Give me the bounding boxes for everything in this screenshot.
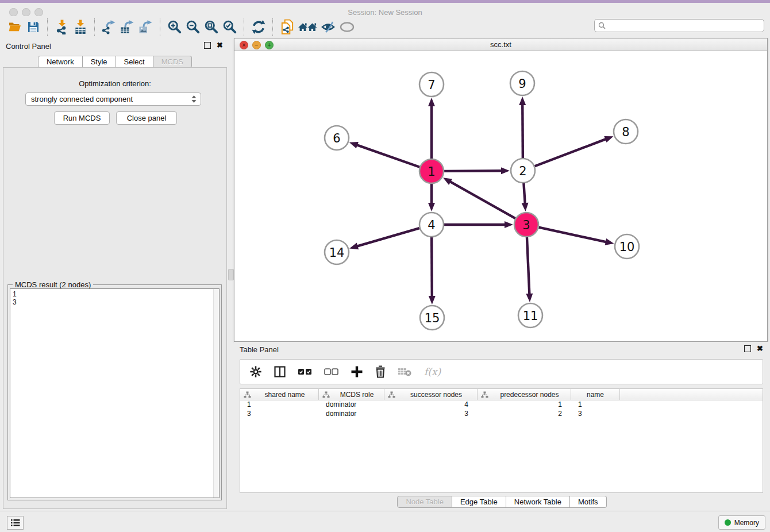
table-cell[interactable]: 2 — [478, 410, 571, 419]
column-header-shared-name[interactable]: shared name — [240, 389, 319, 400]
optimization-criterion-select[interactable]: strongly connected component — [25, 92, 201, 106]
column-type-icon — [481, 391, 488, 398]
tab-mcds[interactable]: MCDS — [153, 56, 192, 68]
graph-edge-arrowhead — [429, 296, 436, 304]
graph-node-label: 7 — [428, 78, 435, 92]
table-body: 1dominator4113dominator323 — [240, 400, 763, 419]
float-panel-icon[interactable] — [744, 345, 751, 352]
selected-option-label: strongly connected component — [31, 95, 133, 103]
graph-edge-2-9[interactable] — [522, 103, 523, 158]
column-header-label: shared name — [251, 391, 318, 399]
search-input[interactable] — [594, 19, 764, 32]
graph-node-label: 10 — [619, 240, 635, 254]
graph-edge-4-14[interactable] — [356, 228, 419, 246]
graph-edge-arrowhead — [428, 203, 435, 211]
network-window-titlebar[interactable]: × − + scc.txt — [234, 38, 767, 51]
column-header-label: name — [571, 391, 619, 399]
mcds-result-title: MCDS result (2 nodes) — [13, 280, 93, 289]
tab-motifs[interactable]: Motifs — [570, 496, 607, 508]
column-header-predecessor-nodes[interactable]: predecessor nodes — [478, 389, 571, 400]
delete-table-icon — [398, 367, 413, 377]
column-header-name[interactable]: name — [571, 389, 620, 400]
table-cell[interactable]: 4 — [384, 400, 478, 410]
graph-node-label: 3 — [522, 218, 530, 232]
tab-node-table[interactable]: Node Table — [397, 496, 452, 508]
table-cell[interactable]: 3 — [384, 410, 478, 419]
table-settings-icon[interactable] — [249, 365, 262, 378]
hide-panels-icon[interactable] — [319, 18, 338, 36]
mcds-result-group: MCDS result (2 nodes) 1 3 — [7, 284, 222, 500]
graph-edge-2-8[interactable] — [535, 138, 607, 166]
import-network-icon[interactable] — [53, 18, 71, 36]
task-history-button[interactable] — [7, 516, 24, 530]
column-type-icon — [388, 391, 395, 398]
app-titlebar[interactable]: Session: New Session — [0, 3, 770, 17]
graph-node-label: 1 — [428, 165, 435, 179]
toolbar-separator — [160, 18, 161, 36]
column-visibility-icon[interactable] — [274, 365, 286, 378]
table-cell[interactable]: 3 — [240, 410, 319, 419]
tab-select[interactable]: Select — [116, 56, 153, 68]
zoom-in-icon[interactable] — [165, 18, 184, 36]
table-cell[interactable]: 1 — [571, 400, 620, 410]
import-table-icon[interactable] — [71, 18, 90, 36]
graph-edge-arrowhead — [349, 243, 359, 250]
add-row-icon[interactable] — [351, 365, 363, 378]
result-scrollbar[interactable] — [213, 289, 219, 498]
graph-edge-arrowhead — [604, 136, 613, 142]
export-network-icon[interactable] — [100, 18, 118, 36]
mcds-result-text[interactable]: 1 3 — [10, 288, 220, 498]
network-canvas[interactable]: 7968124314101511 — [234, 51, 767, 341]
graph-edge-3-10[interactable] — [538, 228, 607, 242]
graph-edge-3-11[interactable] — [527, 237, 529, 295]
graph-edge-1-2[interactable] — [444, 171, 503, 171]
close-panel-button[interactable]: Close panel — [116, 111, 177, 125]
delete-row-icon[interactable] — [375, 365, 386, 378]
toolbar-separator — [272, 18, 274, 36]
graph-edge-arrowhead — [443, 178, 452, 185]
graph-edge-arrowhead — [349, 142, 359, 148]
tab-style[interactable]: Style — [83, 56, 116, 68]
graph-edge-3-1[interactable] — [449, 181, 515, 218]
graph-edge-arrowhead — [605, 238, 614, 245]
graph-edge-4-15[interactable] — [432, 237, 432, 298]
export-table-icon[interactable] — [118, 18, 137, 36]
refresh-icon[interactable] — [249, 18, 268, 36]
save-session-icon[interactable] — [24, 18, 43, 36]
network-overview-icon[interactable] — [297, 18, 319, 36]
table-cell[interactable]: dominator — [319, 400, 384, 410]
graph-edge-2-3[interactable] — [523, 183, 525, 205]
column-header-successor-nodes[interactable]: successor nodes — [384, 389, 478, 400]
table-cell[interactable]: dominator — [319, 410, 384, 419]
select-all-icon[interactable] — [298, 367, 313, 376]
zoom-out-icon[interactable] — [184, 18, 202, 36]
column-header-MCDS-role[interactable]: MCDS role — [319, 389, 384, 400]
tab-network-table[interactable]: Network Table — [506, 496, 570, 508]
open-session-icon[interactable] — [6, 18, 24, 36]
graph-edge-1-6[interactable] — [356, 145, 419, 167]
show-panels-icon[interactable] — [338, 18, 356, 36]
memory-button[interactable]: Memory — [718, 515, 765, 530]
tab-edge-table[interactable]: Edge Table — [452, 496, 506, 508]
deselect-all-icon[interactable] — [324, 367, 339, 376]
node-table: shared nameMCDS rolesuccessor nodesprede… — [240, 388, 763, 493]
table-cell[interactable]: 1 — [478, 400, 571, 410]
zoom-selected-icon[interactable] — [221, 18, 239, 36]
vertical-splitter-grip[interactable] — [228, 269, 234, 280]
graph-edge-arrowhead — [522, 203, 529, 211]
close-panel-icon[interactable]: ✖ — [757, 345, 763, 352]
network-graph: 7968124314101511 — [234, 51, 766, 341]
zoom-fit-icon[interactable] — [202, 18, 221, 36]
duplicate-network-icon[interactable] — [278, 18, 297, 36]
table-cell[interactable]: 1 — [240, 400, 319, 410]
column-type-icon — [322, 391, 330, 398]
graph-node-label: 14 — [329, 246, 345, 260]
tab-network[interactable]: Network — [38, 56, 83, 68]
run-mcds-button[interactable]: Run MCDS — [54, 111, 110, 125]
close-panel-icon[interactable]: ✖ — [217, 42, 223, 49]
table-cell[interactable]: 3 — [571, 410, 620, 419]
export-image-icon[interactable] — [137, 18, 155, 36]
control-panel: Control Panel ✖ NetworkStyleSelectMCDS O… — [0, 38, 230, 511]
graph-edge-arrowhead — [501, 167, 510, 174]
float-panel-icon[interactable] — [204, 42, 211, 49]
